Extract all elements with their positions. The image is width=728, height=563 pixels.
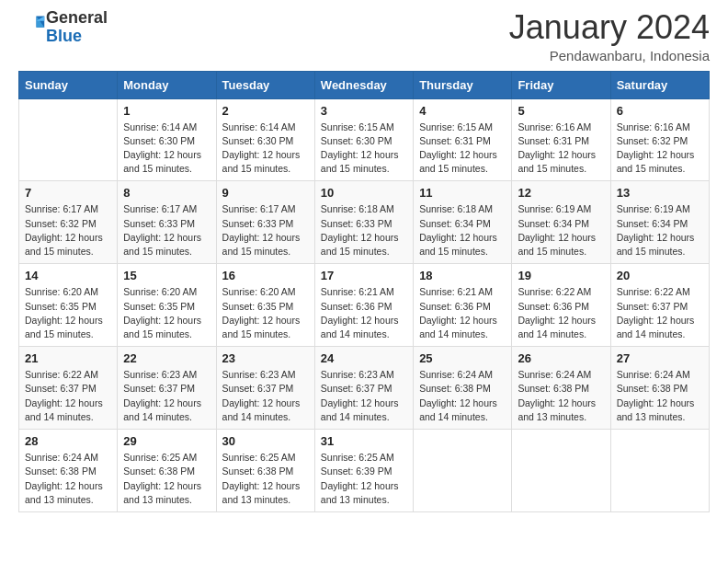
day-info: Sunrise: 6:23 AMSunset: 6:37 PMDaylight:… — [321, 368, 407, 424]
calendar-cell: 17Sunrise: 6:21 AMSunset: 6:36 PMDayligh… — [314, 264, 413, 347]
day-info: Sunrise: 6:23 AMSunset: 6:37 PMDaylight:… — [123, 368, 210, 424]
day-info: Sunrise: 6:24 AMSunset: 6:38 PMDaylight:… — [617, 368, 703, 424]
week-row-5: 28Sunrise: 6:24 AMSunset: 6:38 PMDayligh… — [19, 430, 710, 512]
day-number: 20 — [617, 269, 703, 282]
calendar-cell: 8Sunrise: 6:17 AMSunset: 6:33 PMDaylight… — [118, 181, 216, 264]
day-info: Sunrise: 6:20 AMSunset: 6:35 PMDaylight:… — [25, 285, 111, 341]
day-number: 28 — [25, 434, 111, 448]
day-info: Sunrise: 6:22 AMSunset: 6:36 PMDaylight:… — [518, 285, 604, 341]
calendar-cell: 5Sunrise: 6:16 AMSunset: 6:31 PMDaylight… — [512, 98, 610, 181]
calendar-cell: 30Sunrise: 6:25 AMSunset: 6:38 PMDayligh… — [216, 430, 314, 512]
day-number: 29 — [123, 434, 210, 448]
day-info: Sunrise: 6:16 AMSunset: 6:31 PMDaylight:… — [518, 121, 604, 177]
day-info: Sunrise: 6:25 AMSunset: 6:39 PMDaylight:… — [321, 451, 407, 507]
location-text: Pendawanbaru, Indonesia — [509, 48, 710, 63]
calendar-cell: 26Sunrise: 6:24 AMSunset: 6:38 PMDayligh… — [512, 347, 610, 430]
day-number: 14 — [25, 269, 111, 282]
calendar-cell: 15Sunrise: 6:20 AMSunset: 6:35 PMDayligh… — [118, 264, 216, 347]
day-info: Sunrise: 6:20 AMSunset: 6:35 PMDaylight:… — [222, 285, 309, 341]
calendar-cell: 13Sunrise: 6:19 AMSunset: 6:34 PMDayligh… — [610, 181, 709, 264]
calendar-cell — [19, 98, 118, 181]
day-number: 3 — [321, 104, 407, 118]
weekday-header-row: SundayMondayTuesdayWednesdayThursdayFrid… — [19, 71, 710, 98]
calendar-cell: 19Sunrise: 6:22 AMSunset: 6:36 PMDayligh… — [512, 264, 610, 347]
day-info: Sunrise: 6:17 AMSunset: 6:33 PMDaylight:… — [123, 202, 210, 259]
calendar-cell: 27Sunrise: 6:24 AMSunset: 6:38 PMDayligh… — [610, 347, 709, 430]
day-number: 13 — [617, 186, 703, 200]
weekday-header-monday: Monday — [118, 71, 216, 98]
logo-icon — [20, 13, 46, 39]
calendar-cell: 12Sunrise: 6:19 AMSunset: 6:34 PMDayligh… — [512, 181, 610, 264]
weekday-header-saturday: Saturday — [610, 71, 709, 98]
calendar-cell: 29Sunrise: 6:25 AMSunset: 6:38 PMDayligh… — [118, 430, 216, 512]
calendar-cell: 14Sunrise: 6:20 AMSunset: 6:35 PMDayligh… — [19, 264, 118, 347]
day-number: 17 — [321, 269, 407, 282]
day-info: Sunrise: 6:15 AMSunset: 6:30 PMDaylight:… — [321, 121, 407, 177]
day-info: Sunrise: 6:17 AMSunset: 6:33 PMDaylight:… — [222, 202, 309, 259]
calendar-cell: 20Sunrise: 6:22 AMSunset: 6:37 PMDayligh… — [610, 264, 709, 347]
day-info: Sunrise: 6:25 AMSunset: 6:38 PMDaylight:… — [123, 451, 210, 507]
calendar-table: SundayMondayTuesdayWednesdayThursdayFrid… — [18, 71, 710, 512]
day-info: Sunrise: 6:24 AMSunset: 6:38 PMDaylight:… — [518, 368, 604, 424]
calendar-cell: 9Sunrise: 6:17 AMSunset: 6:33 PMDaylight… — [216, 181, 314, 264]
day-number: 30 — [222, 434, 309, 448]
day-info: Sunrise: 6:22 AMSunset: 6:37 PMDaylight:… — [25, 368, 111, 424]
title-block: January 2024 Pendawanbaru, Indonesia — [509, 9, 710, 63]
calendar-cell — [414, 430, 512, 512]
calendar-cell: 4Sunrise: 6:15 AMSunset: 6:31 PMDaylight… — [414, 98, 512, 181]
day-number: 31 — [321, 434, 407, 448]
day-info: Sunrise: 6:24 AMSunset: 6:38 PMDaylight:… — [25, 451, 111, 507]
day-number: 24 — [321, 351, 407, 365]
day-info: Sunrise: 6:17 AMSunset: 6:32 PMDaylight:… — [25, 202, 111, 259]
calendar-cell: 23Sunrise: 6:23 AMSunset: 6:37 PMDayligh… — [216, 347, 314, 430]
calendar-cell: 7Sunrise: 6:17 AMSunset: 6:32 PMDaylight… — [19, 181, 118, 264]
day-number: 26 — [518, 351, 604, 365]
calendar-cell — [610, 430, 709, 512]
day-info: Sunrise: 6:23 AMSunset: 6:37 PMDaylight:… — [222, 368, 309, 424]
weekday-header-wednesday: Wednesday — [314, 71, 413, 98]
calendar-cell: 24Sunrise: 6:23 AMSunset: 6:37 PMDayligh… — [314, 347, 413, 430]
calendar-cell: 10Sunrise: 6:18 AMSunset: 6:33 PMDayligh… — [314, 181, 413, 264]
day-number: 7 — [25, 186, 111, 200]
day-number: 23 — [222, 351, 309, 365]
month-title: January 2024 — [509, 9, 710, 46]
day-info: Sunrise: 6:18 AMSunset: 6:33 PMDaylight:… — [321, 202, 407, 259]
calendar-cell: 18Sunrise: 6:21 AMSunset: 6:36 PMDayligh… — [414, 264, 512, 347]
day-number: 25 — [419, 351, 506, 365]
week-row-4: 21Sunrise: 6:22 AMSunset: 6:37 PMDayligh… — [19, 347, 710, 430]
week-row-2: 7Sunrise: 6:17 AMSunset: 6:32 PMDaylight… — [19, 181, 710, 264]
day-info: Sunrise: 6:25 AMSunset: 6:38 PMDaylight:… — [222, 451, 309, 507]
day-info: Sunrise: 6:15 AMSunset: 6:31 PMDaylight:… — [419, 121, 506, 177]
calendar-cell: 31Sunrise: 6:25 AMSunset: 6:39 PMDayligh… — [314, 430, 413, 512]
logo-general-text: General — [46, 8, 108, 27]
day-info: Sunrise: 6:18 AMSunset: 6:34 PMDaylight:… — [419, 202, 506, 259]
calendar-cell: 25Sunrise: 6:24 AMSunset: 6:38 PMDayligh… — [414, 347, 512, 430]
day-number: 18 — [419, 269, 506, 282]
weekday-header-thursday: Thursday — [414, 71, 512, 98]
calendar-cell: 28Sunrise: 6:24 AMSunset: 6:38 PMDayligh… — [19, 430, 118, 512]
day-number: 22 — [123, 351, 210, 365]
day-info: Sunrise: 6:20 AMSunset: 6:35 PMDaylight:… — [123, 285, 210, 341]
day-info: Sunrise: 6:22 AMSunset: 6:37 PMDaylight:… — [617, 285, 703, 341]
day-info: Sunrise: 6:16 AMSunset: 6:32 PMDaylight:… — [617, 121, 703, 177]
day-info: Sunrise: 6:14 AMSunset: 6:30 PMDaylight:… — [123, 121, 210, 177]
day-number: 21 — [25, 351, 111, 365]
day-number: 15 — [123, 269, 210, 282]
day-number: 16 — [222, 269, 309, 282]
day-info: Sunrise: 6:19 AMSunset: 6:34 PMDaylight:… — [518, 202, 604, 259]
page-header: General Blue January 2024 Pendawanbaru, … — [18, 9, 710, 63]
day-number: 11 — [419, 186, 506, 200]
calendar-cell: 21Sunrise: 6:22 AMSunset: 6:37 PMDayligh… — [19, 347, 118, 430]
day-number: 4 — [419, 104, 506, 118]
day-number: 10 — [321, 186, 407, 200]
day-number: 12 — [518, 186, 604, 200]
day-number: 1 — [123, 104, 210, 118]
logo: General Blue — [18, 9, 108, 46]
week-row-3: 14Sunrise: 6:20 AMSunset: 6:35 PMDayligh… — [19, 264, 710, 347]
weekday-header-friday: Friday — [512, 71, 610, 98]
calendar-cell: 2Sunrise: 6:14 AMSunset: 6:30 PMDaylight… — [216, 98, 314, 181]
calendar-cell: 11Sunrise: 6:18 AMSunset: 6:34 PMDayligh… — [414, 181, 512, 264]
day-info: Sunrise: 6:21 AMSunset: 6:36 PMDaylight:… — [419, 285, 506, 341]
day-info: Sunrise: 6:21 AMSunset: 6:36 PMDaylight:… — [321, 285, 407, 341]
calendar-cell: 16Sunrise: 6:20 AMSunset: 6:35 PMDayligh… — [216, 264, 314, 347]
